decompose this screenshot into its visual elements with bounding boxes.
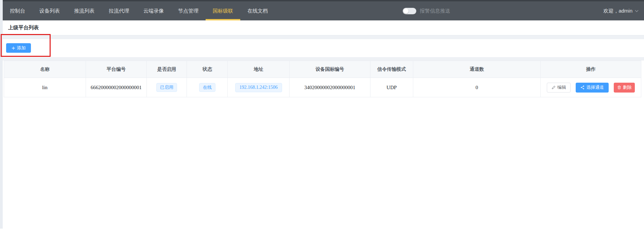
cell-enabled: 已启用 — [147, 78, 187, 97]
nav-item-device-list[interactable]: 设备列表 — [32, 1, 67, 20]
user-menu[interactable]: 欢迎，admin — [603, 1, 639, 20]
toggle-knob — [403, 9, 408, 14]
address-badge: 192.168.1.242:1506 — [235, 83, 282, 92]
nav-item-online-docs[interactable]: 在线文档 — [240, 1, 275, 20]
edit-pen-icon — [552, 85, 556, 89]
delete-button[interactable]: 删除 — [614, 83, 635, 93]
page-title-bar: 上级平台列表 — [3, 20, 644, 35]
trash-icon — [617, 85, 621, 89]
cell-address: 192.168.1.242:1506 — [228, 78, 290, 97]
enabled-badge: 已启用 — [156, 83, 177, 92]
status-badge: 在线 — [199, 83, 215, 92]
col-header-address: 地址 — [228, 61, 290, 78]
col-header-name: 名称 — [4, 61, 86, 78]
col-header-actions: 操作 — [541, 61, 641, 78]
edit-button-label: 编辑 — [557, 84, 566, 90]
nav-item-console[interactable]: 控制台 — [3, 1, 32, 20]
nav-item-pull-stream-proxy[interactable]: 拉流代理 — [102, 1, 136, 20]
col-header-signal-transport: 信令传输模式 — [370, 61, 413, 78]
plus-icon — [12, 46, 15, 50]
col-header-channel-count: 通道数 — [413, 61, 541, 78]
cell-status: 在线 — [187, 78, 228, 97]
platform-table-card: 名称 平台编号 是否启用 状态 地址 设备国标编号 信令传输模式 通道数 操作 … — [3, 61, 644, 231]
delete-button-label: 删除 — [623, 84, 632, 90]
nav-item-node-management[interactable]: 节点管理 — [171, 1, 206, 20]
cell-platform-id: 66620000002000000001 — [86, 78, 147, 97]
alarm-push-toggle-group: 报警信息推送 — [403, 1, 450, 20]
add-button-label: 添加 — [17, 45, 26, 51]
chevron-down-icon — [635, 10, 639, 12]
col-header-device-gb-id: 设备国标编号 — [290, 61, 370, 78]
table-row: lin 66620000002000000001 已启用 在线 192.168.… — [4, 78, 641, 97]
upper-platform-table: 名称 平台编号 是否启用 状态 地址 设备国标编号 信令传输模式 通道数 操作 … — [4, 61, 641, 97]
nav-item-gb-cascade-active[interactable]: 国标级联 — [206, 1, 240, 20]
table-header-row: 名称 平台编号 是否启用 状态 地址 设备国标编号 信令传输模式 通道数 操作 — [4, 61, 641, 78]
nav-item-push-stream-list[interactable]: 推流列表 — [67, 1, 102, 20]
welcome-text: 欢迎，admin — [603, 8, 632, 14]
select-channel-button-label: 选择通道 — [586, 84, 604, 90]
alarm-push-toggle-label: 报警信息推送 — [420, 8, 450, 14]
page-left-gutter — [0, 0, 3, 229]
cell-actions: 编辑 选择通道 — [541, 78, 641, 97]
cell-name: lin — [4, 78, 86, 97]
row-actions: 编辑 选择通道 — [541, 83, 641, 93]
nav-menu: 控制台 设备列表 推流列表 拉流代理 云端录像 节点管理 国标级联 在线文档 — [3, 1, 644, 20]
cell-channel-count: 0 — [413, 78, 541, 97]
background-gap — [3, 35, 644, 39]
col-header-enabled: 是否启用 — [147, 61, 187, 78]
col-header-platform-id: 平台编号 — [86, 61, 147, 78]
share-icon — [580, 85, 585, 89]
page-title: 上级平台列表 — [8, 24, 39, 31]
select-channel-button[interactable]: 选择通道 — [576, 83, 609, 93]
background-gap — [3, 57, 644, 61]
col-header-status: 状态 — [187, 61, 228, 78]
add-button[interactable]: 添加 — [6, 43, 31, 53]
cell-signal-transport: UDP — [370, 78, 413, 97]
edit-button[interactable]: 编辑 — [547, 83, 571, 93]
nav-item-cloud-recording[interactable]: 云端录像 — [136, 1, 171, 20]
top-navbar: 控制台 设备列表 推流列表 拉流代理 云端录像 节点管理 国标级联 在线文档 报… — [3, 0, 644, 20]
app-root: 控制台 设备列表 推流列表 拉流代理 云端录像 节点管理 国标级联 在线文档 报… — [0, 0, 644, 231]
cell-device-gb-id: 34020000002000000001 — [290, 78, 370, 97]
toolbar: 添加 — [3, 39, 644, 57]
alarm-push-toggle[interactable] — [403, 8, 416, 14]
